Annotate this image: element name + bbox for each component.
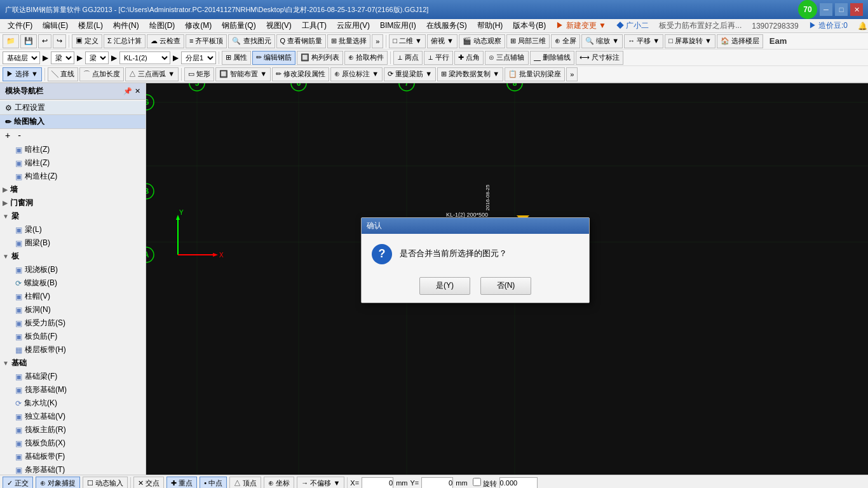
pick-comp-btn[interactable]: ⊕ 拾取构件 [344,51,388,65]
struct-type-select[interactable]: 基础层 [3,51,40,64]
new-change-btn[interactable]: ▶ 新建变更 ▼ [551,19,611,32]
floor-select-btn[interactable]: 🏠 选择楼层 [717,34,763,48]
menu-rebar[interactable]: 钢筋量(Q) [217,19,261,32]
cost-btn[interactable]: ▶ 造价豆:0 [804,19,853,32]
tree-item-floor-band[interactable]: ▦ 楼层板带(H) [0,343,146,356]
tree-item-col-cap[interactable]: ▣ 柱帽(V) [0,290,146,303]
tree-item-window[interactable]: ▶ 门窗洞 [0,196,146,210]
cloud-check-btn[interactable]: ☁ 云检查 [147,34,184,48]
tree-item-end-col[interactable]: ▣ 端柱(Z) [0,156,146,170]
coord-btn[interactable]: ⊕ 坐标 [264,477,294,488]
menu-online[interactable]: 在线服务(S) [421,19,472,32]
center-btn[interactable]: • 中点 [200,477,227,488]
repick-beam-btn[interactable]: ⟳ 重提梁筋 ▼ [384,67,436,81]
rotate-input[interactable] [499,477,538,488]
tree-item-hidden-col[interactable]: ▣ 暗柱(Z) [0,143,146,156]
select-btn[interactable]: ▶ 选择 ▼ [3,67,42,81]
menu-view[interactable]: 视图(V) [261,19,297,32]
dynamic-input-btn[interactable]: ☐ 动态输入 [83,477,128,488]
redo-btn[interactable]: ↪ [53,34,66,48]
menu-modify[interactable]: 修改(M) [180,19,217,32]
menu-help[interactable]: 帮助(H) [472,19,508,32]
tree-item-spiral-slab[interactable]: ⟳ 螺旋板(B) [0,276,146,290]
close-button[interactable]: ✕ [850,3,863,16]
comp-name-select[interactable]: KL-1(2) [119,51,170,64]
parallel-btn[interactable]: ⊥ 平行 [424,51,453,65]
view-rebar-btn[interactable]: Q 查看钢筋量 [276,34,327,48]
three-point-btn[interactable]: ⊙ 三点辅轴 [485,51,528,65]
bell-icon[interactable]: 🔔 [853,20,868,32]
minimize-button[interactable]: ─ [820,3,832,16]
menu-cloud[interactable]: 云应用(V) [332,19,375,32]
arc-btn[interactable]: △ 三点画弧 ▼ [125,67,179,81]
two-point-btn[interactable]: ⊥ 两点 [393,51,423,65]
find-btn[interactable]: 🔍 查找图元 [228,34,275,48]
rect-btn[interactable]: ▭ 矩形 [184,67,214,81]
tree-item-raft-neg[interactable]: ▣ 筏板负筋(X) [0,437,146,450]
zoom-btn[interactable]: 🔍 缩放 ▼ [581,34,623,48]
open-btn[interactable]: 📁 [3,34,19,48]
line-btn[interactable]: ╲ 直线 [48,67,78,81]
sidebar-pin-btn[interactable]: 📌 [123,87,132,95]
screen-rotate-btn[interactable]: □ 屏幕旋转 ▼ [665,34,715,48]
batch-select-btn[interactable]: ⊞ 批量选择 [327,34,370,48]
tree-item-slab-rebar[interactable]: ▣ 板受力筋(S) [0,316,146,330]
local-3d-btn[interactable]: ⊞ 局部三维 [506,34,550,48]
origin-mark-btn[interactable]: ⊕ 原位标注 ▼ [330,67,383,81]
sidebar-item-settings[interactable]: ⚙ 工程设置 [0,101,146,115]
more2-btn[interactable]: » [566,67,578,81]
tree-item-found-beam[interactable]: ▣ 基础梁(F) [0,370,146,383]
smart-place-btn[interactable]: 🔲 智能布置 ▼ [215,67,271,81]
more-btn[interactable]: » [372,34,383,48]
menu-version[interactable]: 版本号(B) [508,19,551,32]
snap-btn[interactable]: ⊕ 对象捕捉 [36,477,80,488]
undo-btn[interactable]: ↩ [38,34,51,48]
dimension-btn[interactable]: ⟷ 尺寸标注 [576,51,623,65]
dialog-yes-button[interactable]: 是(Y) [419,277,470,295]
modify-beam-btn[interactable]: ✏ 修改梁段属性 [272,67,329,81]
tree-item-struct-col[interactable]: ▣ 构造柱(Z) [0,170,146,183]
menu-tools[interactable]: 工具(T) [297,19,332,32]
pan-btn[interactable]: ↔ 平移 ▼ [624,34,663,48]
angle-point-btn[interactable]: ✚ 点角 [454,51,484,65]
intersection-btn[interactable]: ✕ 交点 [133,477,164,488]
tree-item-foundation[interactable]: ▼ 基础 [0,356,146,370]
midpoint-btn[interactable]: ✚ 重点 [166,477,197,488]
rotate-checkbox[interactable] [473,478,481,486]
sub-type-select[interactable]: 梁 [85,51,109,64]
batch-id-btn[interactable]: 📋 批量识别梁座 [505,67,565,81]
menu-edit[interactable]: 编辑(E) [37,19,73,32]
delete-aux-btn[interactable]: ╴ 删除辅线 [530,51,574,65]
tree-item-raft[interactable]: ▣ 筏形基础(M) [0,383,146,396]
point-len-btn[interactable]: ⌒ 点加长度 [79,67,124,81]
orthogonal-btn[interactable]: ✓ 正交 [3,477,33,488]
menu-floor[interactable]: 楼层(L) [73,19,108,32]
copy-span-btn[interactable]: ⊞ 梁跨数据复制 ▼ [437,67,503,81]
top-view-btn[interactable]: 俯视 ▼ [427,34,458,48]
menu-bim[interactable]: BIM应用(I) [375,19,421,32]
menu-component[interactable]: 构件(N) [108,19,144,32]
define-btn[interactable]: ▣ 定义 [72,34,102,48]
tree-item-slab-group[interactable]: ▼ 板 [0,250,146,263]
tree-item-cast-slab[interactable]: ▣ 现浇板(B) [0,263,146,276]
dialog-no-button[interactable]: 否(N) [480,277,531,295]
comp-list-btn[interactable]: 🔲 构列列表 [297,51,343,65]
brand-btn[interactable]: ◆ 广小二 [611,19,654,32]
align-btn[interactable]: ≡ 齐平板顶 [186,34,227,48]
layer-select[interactable]: 分层1 [181,51,216,64]
sidebar-close-btn[interactable]: ✕ [135,87,140,95]
tree-item-sump[interactable]: ⟳ 集水坑(K) [0,396,146,410]
no-offset-btn[interactable]: → 不偏移 ▼ [297,477,344,488]
calc-btn[interactable]: Σ 汇总计算 [104,34,146,48]
dynamic-view-btn[interactable]: 🎬 动态观察 [459,34,505,48]
tree-item-beam-group[interactable]: ▼ 梁 [0,210,146,223]
edit-rebar-btn[interactable]: ✏ 编辑钢筋 [252,51,295,65]
save-btn[interactable]: 💾 [20,34,37,48]
sidebar-add-remove[interactable]: + - [0,129,146,142]
tree-item-ring-beam[interactable]: ▣ 圈梁(B) [0,236,146,250]
tree-item-wall[interactable]: ▶ 墙 [0,183,146,196]
menu-file[interactable]: 文件(F) [3,19,37,32]
tree-item-beam[interactable]: ▣ 梁(L) [0,223,146,236]
2d-btn[interactable]: □ 二维 ▼ [389,34,426,48]
tree-item-neg-rebar[interactable]: ▣ 板负筋(F) [0,330,146,343]
